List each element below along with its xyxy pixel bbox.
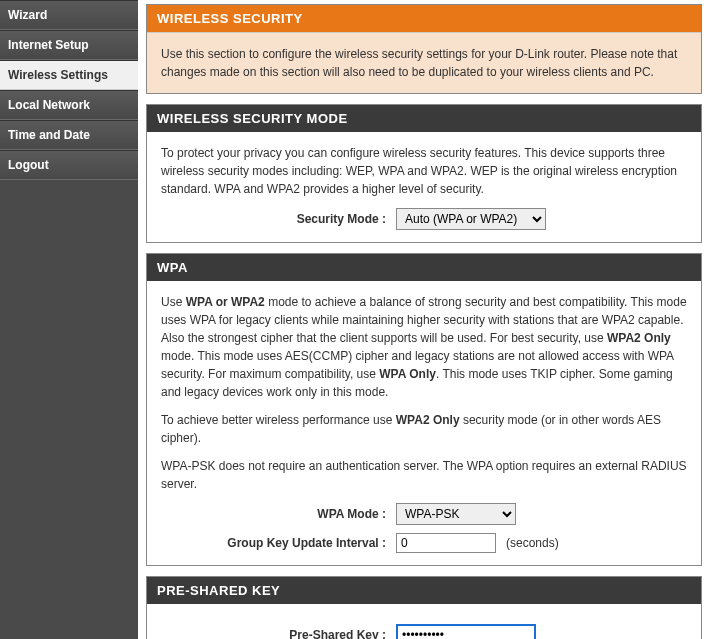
wpa-mode-select[interactable]: WPA-PSK (396, 503, 516, 525)
psk-label: Pre-Shared Key : (161, 626, 396, 639)
sidebar-item-logout[interactable]: Logout (0, 150, 138, 180)
sidebar-item-local-network[interactable]: Local Network (0, 90, 138, 120)
wireless-security-title: WIRELESS SECURITY (147, 5, 701, 32)
group-key-interval-label: Group Key Update Interval : (161, 534, 396, 552)
security-mode-title: WIRELESS SECURITY MODE (147, 105, 701, 132)
wpa-title: WPA (147, 254, 701, 281)
security-mode-label: Security Mode : (161, 210, 396, 228)
psk-title: PRE-SHARED KEY (147, 577, 701, 604)
security-mode-desc: To protect your privacy you can configur… (161, 144, 687, 198)
psk-input[interactable] (396, 624, 536, 639)
security-mode-panel: WIRELESS SECURITY MODE To protect your p… (146, 104, 702, 243)
wpa-panel: WPA Use WPA or WPA2 mode to achieve a ba… (146, 253, 702, 566)
wireless-security-desc: Use this section to configure the wirele… (147, 32, 701, 93)
sidebar-item-time-and-date[interactable]: Time and Date (0, 120, 138, 150)
wpa-desc-2: To achieve better wireless performance u… (161, 411, 687, 447)
sidebar-item-internet-setup[interactable]: Internet Setup (0, 30, 138, 60)
wpa-desc-1: Use WPA or WPA2 mode to achieve a balanc… (161, 293, 687, 401)
wireless-security-panel: WIRELESS SECURITY Use this section to co… (146, 4, 702, 94)
group-key-interval-input[interactable] (396, 533, 496, 553)
sidebar-item-wireless-settings[interactable]: Wireless Settings (0, 60, 138, 90)
psk-panel: PRE-SHARED KEY Pre-Shared Key : (146, 576, 702, 639)
security-mode-select[interactable]: Auto (WPA or WPA2) (396, 208, 546, 230)
wpa-desc-3: WPA-PSK does not require an authenticati… (161, 457, 687, 493)
wpa-mode-label: WPA Mode : (161, 505, 396, 523)
sidebar-item-wizard[interactable]: Wizard (0, 0, 138, 30)
group-key-interval-suffix: (seconds) (506, 534, 559, 552)
main-content: WIRELESS SECURITY Use this section to co… (138, 0, 710, 639)
sidebar: Wizard Internet Setup Wireless Settings … (0, 0, 138, 639)
